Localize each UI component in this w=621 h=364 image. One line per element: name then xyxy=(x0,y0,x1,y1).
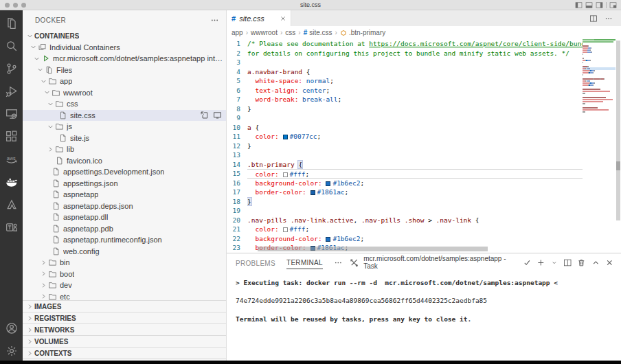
tree-item-appsettings.json[interactable]: appsettings.json xyxy=(23,178,226,190)
color-swatch-icon[interactable] xyxy=(283,135,288,139)
code-line-20[interactable]: 20.nav-pills .nav-link.active, .nav-pill… xyxy=(227,216,583,225)
sidebar-section-registries[interactable]: REGISTRIES xyxy=(23,312,226,323)
chevron-down-icon[interactable] xyxy=(46,100,55,108)
tree-item-aspnetapp.pdb[interactable]: aspnetapp.pdb xyxy=(23,223,226,235)
breadcrumb-item-css[interactable]: css xyxy=(285,29,295,36)
tree-item-bin[interactable]: bin xyxy=(23,257,226,269)
scrollbar-thumb[interactable] xyxy=(616,41,620,220)
code-line-11[interactable]: 11 color: #0077cc; xyxy=(227,132,583,141)
terminal-session-label[interactable]: mcr.microsoft.com/dotnet/samples:aspneta… xyxy=(363,255,517,270)
sidebar-more-actions-icon[interactable] xyxy=(210,16,219,25)
panel-tab-terminal[interactable]: TERMINAL xyxy=(286,255,323,269)
monitor-icon[interactable] xyxy=(213,111,222,120)
layout-sidebar-left-icon[interactable] xyxy=(575,1,583,9)
minimap[interactable] xyxy=(583,39,616,253)
tree-item-aspnetapp.runtimeconfig.json[interactable]: aspnetapp.runtimeconfig.json xyxy=(23,234,226,246)
editor-vertical-scrollbar[interactable] xyxy=(616,39,621,253)
tree-item-web.config[interactable]: web.config xyxy=(23,246,226,258)
code-line-12[interactable]: 12} xyxy=(227,141,583,151)
code-line-22[interactable]: 22 background-color: #1b6ec2; xyxy=(227,234,583,244)
maximize-panel-icon[interactable] xyxy=(591,258,600,267)
code-line-16[interactable]: 16 background-color: #1b6ec2; xyxy=(227,179,583,188)
chevron-down-icon[interactable] xyxy=(39,78,48,85)
tree-item-aspnetapp.deps.json[interactable]: aspnetapp.deps.json xyxy=(23,201,226,212)
chevron-right-icon[interactable] xyxy=(46,146,55,153)
code-line-10[interactable]: 10a { xyxy=(227,123,583,133)
code-line-1[interactable]: 1/* Please see documentation at https://… xyxy=(227,39,583,49)
tree-item-site.js[interactable]: site.js xyxy=(23,133,226,144)
terminal-output[interactable]: > Executing task: docker run --rm -d mcr… xyxy=(227,271,621,323)
tab-site-css[interactable]: # site.css xyxy=(227,10,291,26)
chevron-right-icon[interactable] xyxy=(39,259,48,266)
code-line-21[interactable]: 21 color: #fff; xyxy=(227,225,583,234)
activity-aws-icon[interactable]: aws xyxy=(5,153,18,166)
panel-more-icon[interactable] xyxy=(334,258,343,267)
panel-tab-problems[interactable]: PROBLEMS xyxy=(236,256,275,269)
code-line-15[interactable]: 15 color: #fff; xyxy=(227,169,583,179)
editor-horizontal-scrollbar[interactable] xyxy=(258,247,488,251)
code-line-14[interactable]: 14.btn-primary { xyxy=(227,160,583,170)
open-file-icon[interactable] xyxy=(200,111,209,120)
activity-account-icon[interactable] xyxy=(5,322,18,334)
tree-item-js[interactable]: js xyxy=(23,121,226,133)
chevron-right-icon[interactable] xyxy=(39,293,48,300)
code-line-8[interactable]: 8} xyxy=(227,104,583,114)
breadcrumb-item-app[interactable]: app xyxy=(232,29,243,36)
chevron-down-icon[interactable] xyxy=(25,32,34,40)
activity-azure-icon[interactable] xyxy=(5,198,18,211)
close-tab-icon[interactable] xyxy=(280,16,286,21)
tree-item-lib[interactable]: lib xyxy=(23,144,226,155)
terminal-dropdown-icon[interactable] xyxy=(551,258,558,267)
code-line-18[interactable]: 18} xyxy=(227,197,583,207)
code-content[interactable]: 1/* Please see documentation at https://… xyxy=(227,39,583,253)
sidebar-section-networks[interactable]: NETWORKS xyxy=(23,323,226,335)
code-line-2[interactable]: 2for details on configuring this project… xyxy=(227,49,583,58)
activity-run-debug-icon[interactable] xyxy=(5,85,18,98)
tree-item-aspnetapp.dll[interactable]: aspnetapp.dll xyxy=(23,212,226,223)
chevron-right-icon[interactable] xyxy=(39,270,48,277)
tree-item-site.css[interactable]: site.css xyxy=(23,110,226,122)
tree-section-containers[interactable]: CONTAINERS xyxy=(23,30,226,42)
chevron-down-icon[interactable] xyxy=(32,55,41,62)
sidebar-section-images[interactable]: IMAGES xyxy=(23,300,226,312)
tree-item-etc[interactable]: etc xyxy=(23,291,226,301)
close-panel-icon[interactable] xyxy=(605,258,614,267)
layout-sidebar-right-icon[interactable] xyxy=(596,1,603,9)
customize-layout-icon[interactable] xyxy=(609,1,617,9)
tree-item-files[interactable]: Files xyxy=(23,65,226,76)
tree-item-aspnetapp[interactable]: aspnetapp xyxy=(23,189,226,201)
tree-item-individual-containers[interactable]: Individual Containers xyxy=(23,42,226,54)
code-line-19[interactable]: 19 xyxy=(227,206,583,216)
sidebar-section-volumes[interactable]: VOLUMES xyxy=(23,335,226,347)
activity-remote-explorer-icon[interactable] xyxy=(5,108,18,120)
tree-item-app[interactable]: app xyxy=(23,76,226,87)
activity-teams-icon[interactable] xyxy=(5,221,18,234)
tree-item-favicon.ico[interactable]: favicon.ico xyxy=(23,155,226,167)
new-terminal-icon[interactable] xyxy=(537,258,545,267)
sidebar-section-contexts[interactable]: CONTEXTS xyxy=(23,347,226,359)
activity-extensions-icon[interactable] xyxy=(5,130,18,143)
activity-docker-icon[interactable] xyxy=(5,176,18,188)
chevron-right-icon[interactable] xyxy=(39,282,48,289)
split-editor-icon[interactable] xyxy=(589,14,598,23)
chevron-down-icon[interactable] xyxy=(36,66,45,73)
more-actions-icon[interactable] xyxy=(605,14,613,23)
color-swatch-icon[interactable] xyxy=(283,227,288,232)
code-line-5[interactable]: 5 white-space: normal; xyxy=(227,76,583,86)
activity-source-control-icon[interactable] xyxy=(5,62,18,75)
tree-item-mcr.microsoft.com-dotnet-samples-aspnetapp-int-[interactable]: mcr.microsoft.com/dotnet/samples:aspneta… xyxy=(23,53,226,65)
code-line-6[interactable]: 6 text-align: center; xyxy=(227,86,583,95)
chevron-down-icon[interactable] xyxy=(29,43,38,51)
kill-terminal-icon[interactable] xyxy=(577,258,586,267)
color-swatch-icon[interactable] xyxy=(310,190,315,195)
code-line-13[interactable]: 13 xyxy=(227,150,583,160)
color-swatch-icon[interactable] xyxy=(283,172,288,177)
code-line-7[interactable]: 7 word-break: break-all; xyxy=(227,95,583,104)
code-line-3[interactable]: 3 xyxy=(227,58,583,67)
chevron-down-icon[interactable] xyxy=(46,123,55,130)
tree-item-boot[interactable]: boot xyxy=(23,269,226,280)
tree-item-appsettings.development.json[interactable]: appsettings.Development.json xyxy=(23,166,226,178)
chevron-down-icon[interactable] xyxy=(43,89,52,96)
activity-settings-gear-icon[interactable] xyxy=(5,345,18,357)
tree-item-dev[interactable]: dev xyxy=(23,280,226,291)
